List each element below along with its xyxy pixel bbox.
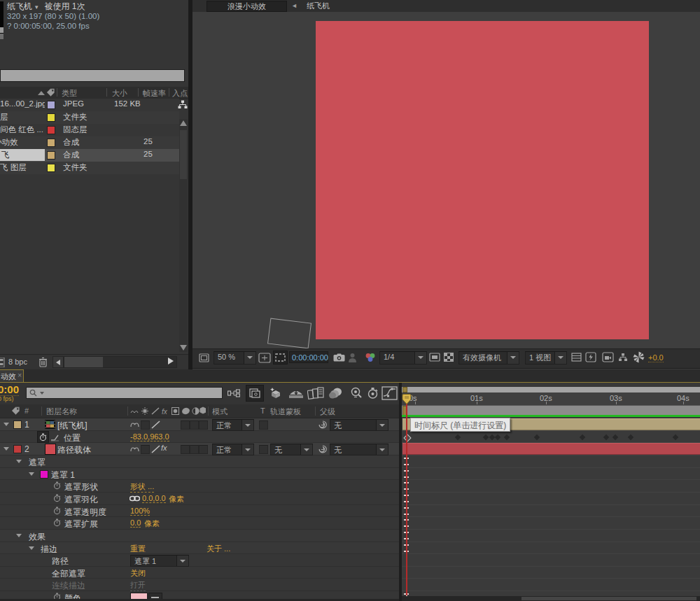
track-row[interactable] <box>402 431 700 443</box>
brainstorm-icon[interactable] <box>349 387 363 400</box>
comp-viewport[interactable] <box>192 12 700 348</box>
project-row[interactable]: 飞合成25 <box>0 149 179 162</box>
auto-keyframe-icon[interactable] <box>367 387 379 400</box>
layer-name[interactable]: 路径载体 <box>57 444 91 456</box>
project-item-title[interactable]: 纸飞机 <box>7 1 32 11</box>
label-swatch[interactable] <box>47 113 55 122</box>
property-row[interactable]: 遮罩透明度100% <box>0 505 402 517</box>
property-row[interactable]: 连续描边打开 <box>0 579 402 591</box>
switch-checkbox[interactable] <box>199 445 208 454</box>
quality-switch-icon[interactable] <box>151 445 160 453</box>
property-value[interactable]: 0.0,0.0 <box>142 494 166 503</box>
pixel-motion-icon[interactable] <box>288 388 304 399</box>
label-swatch[interactable] <box>47 101 55 109</box>
project-row[interactable]: 层文件夹 <box>0 111 179 124</box>
property-value[interactable]: 0.0 <box>130 518 141 528</box>
layer-name[interactable]: [纸飞机] <box>57 420 88 432</box>
expander-icon[interactable] <box>16 460 22 463</box>
switch-checkbox[interactable] <box>199 420 208 430</box>
layer-duration-bar[interactable] <box>402 443 700 455</box>
frame-blend-icon[interactable] <box>269 387 283 400</box>
motion-blur-icon[interactable] <box>328 387 344 400</box>
scroll-down-icon[interactable] <box>180 345 187 351</box>
rename-field[interactable]: 飞 <box>0 149 45 161</box>
expander-icon[interactable] <box>29 546 34 550</box>
effect-about[interactable]: 关于 ... <box>206 544 230 555</box>
label-swatch[interactable] <box>13 445 22 453</box>
motion-blur-shutter-icon[interactable] <box>633 351 645 363</box>
project-hscroll-left[interactable] <box>52 356 64 368</box>
stopwatch-icon[interactable] <box>39 433 47 441</box>
column-parent[interactable]: 父级 <box>320 406 335 417</box>
preserve-transparency-checkbox[interactable] <box>259 420 268 430</box>
column-size[interactable]: 大小 <box>112 88 127 99</box>
column-preserve-transparency[interactable]: T <box>260 406 265 415</box>
comp-red-solid[interactable] <box>316 21 649 339</box>
property-name[interactable]: 路径 <box>52 556 69 567</box>
chevron-down-icon[interactable]: ▼ <box>32 4 39 10</box>
project-row[interactable]: 16...00_2.jpgJPEG152 KB <box>0 99 179 111</box>
keyframe-icon[interactable] <box>455 434 461 440</box>
resolution-dropdown-arrow[interactable] <box>414 352 426 364</box>
keyframe-icon[interactable] <box>483 434 489 440</box>
graph-editor-icon[interactable] <box>382 386 398 400</box>
fast-preview-icon[interactable] <box>585 352 596 362</box>
navigator-start-handle[interactable] <box>402 387 407 393</box>
property-name[interactable]: 遮罩扩展 <box>64 518 98 530</box>
target-region-icon[interactable] <box>429 353 440 362</box>
keyframe-icon[interactable] <box>673 434 678 440</box>
property-row[interactable]: 遮罩扩展0.0像素 <box>0 517 402 530</box>
exposure-value[interactable]: +0.0 <box>648 353 664 362</box>
project-search-input[interactable] <box>0 69 185 82</box>
property-value[interactable]: 关闭 <box>130 568 146 579</box>
work-area-bar[interactable] <box>402 405 700 416</box>
shy-switch-icon[interactable] <box>130 422 139 427</box>
tab-close-icon[interactable]: × <box>18 372 22 379</box>
roi-button[interactable] <box>273 351 288 365</box>
keyframe-icon[interactable] <box>628 434 634 440</box>
shy-switch-icon[interactable] <box>130 446 139 452</box>
parent-dropdown[interactable]: 无 <box>330 419 388 431</box>
mask-row[interactable]: 遮罩 1 <box>0 468 402 480</box>
stopwatch-icon[interactable] <box>53 481 61 490</box>
keyframe-icon[interactable] <box>612 434 618 440</box>
project-settings-icon[interactable] <box>0 358 5 367</box>
switch-checkbox[interactable] <box>181 420 190 430</box>
zoom-dropdown-arrow[interactable] <box>244 352 255 364</box>
group-row[interactable]: 效果 <box>0 530 402 542</box>
link-icon[interactable] <box>130 495 140 502</box>
expander-icon[interactable] <box>29 472 34 476</box>
parent-dropdown[interactable]: 无 <box>330 444 388 455</box>
parent-pickwhip-icon[interactable] <box>318 420 327 429</box>
track-row[interactable] <box>402 493 700 505</box>
timeline-search-input[interactable] <box>26 387 223 399</box>
column-layer-name[interactable]: 图层名称 <box>46 406 77 417</box>
property-name[interactable]: 遮罩羽化 <box>64 494 98 506</box>
property-value[interactable]: -83.0,963.0 <box>130 432 169 441</box>
track-row[interactable] <box>402 517 700 530</box>
layer-row[interactable]: 1 [纸飞机] 正常 无 <box>0 418 402 431</box>
track-row[interactable] <box>402 567 700 579</box>
shy-toggle-button[interactable] <box>246 385 264 402</box>
view-layout-dropdown[interactable]: 1 视图 <box>525 351 567 365</box>
column-mode[interactable]: 模式 <box>212 406 227 417</box>
project-row[interactable]: 小动效合成25 <box>0 136 179 149</box>
property-value[interactable]: 形状 ... <box>130 481 154 493</box>
blend-mode-dropdown[interactable]: 正常 <box>212 444 254 455</box>
label-swatch[interactable] <box>47 164 55 172</box>
label-swatch[interactable] <box>13 420 22 429</box>
project-row[interactable]: 飞 图层文件夹 <box>0 162 179 174</box>
label-swatch[interactable] <box>47 139 55 147</box>
property-row[interactable]: 遮罩羽化 0.0,0.0像素 <box>0 493 402 505</box>
property-name[interactable]: 遮罩形状 <box>64 481 98 493</box>
parent-pickwhip-icon[interactable] <box>318 445 327 453</box>
timeline-tab[interactable]: 动效 × <box>0 369 24 382</box>
group-row[interactable]: 遮罩 <box>0 455 402 468</box>
stopwatch-icon[interactable] <box>53 494 61 502</box>
time-ruler[interactable]: 0s01s02s03s04s <box>402 393 700 406</box>
switch-checkbox[interactable] <box>141 420 150 430</box>
project-bpc-label[interactable]: 8 bpc <box>8 358 27 366</box>
property-value[interactable]: 打开 <box>130 580 146 591</box>
label-swatch[interactable] <box>47 151 55 160</box>
layer-row[interactable]: 2路径载体 fx正常无 无 <box>0 443 402 455</box>
